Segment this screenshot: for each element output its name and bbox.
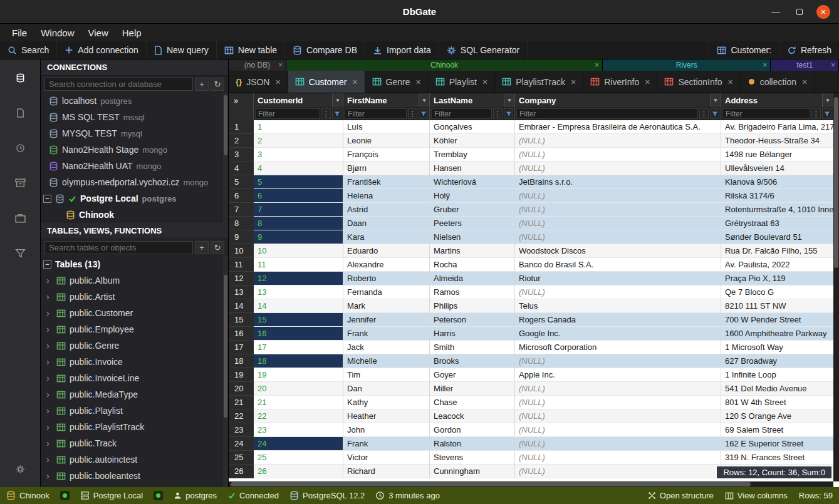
table-item-public-track[interactable]: ›public.Track	[41, 435, 228, 451]
cell-address[interactable]: 162 E Superior Street	[721, 437, 839, 451]
row-number[interactable]: 18	[229, 354, 254, 368]
toolbar-compare-db-button[interactable]: Compare DB	[285, 41, 365, 59]
menu-window[interactable]: Window	[34, 26, 81, 40]
row-number[interactable]: 16	[229, 327, 254, 341]
statusbar-led-indicator[interactable]	[154, 491, 163, 500]
cell-address[interactable]: 627 Broadway	[721, 354, 839, 368]
cell-firstname[interactable]: Alexandre	[343, 258, 430, 272]
cell-lastname[interactable]: Martins	[430, 244, 515, 258]
row-number[interactable]: 12	[229, 272, 254, 285]
cell-lastname[interactable]: Leacock	[430, 409, 515, 423]
statusbar-3-minutes-ago[interactable]: 3 minutes ago	[375, 491, 440, 500]
cell-customerid[interactable]: 24	[254, 437, 343, 451]
cell-lastname[interactable]: Rocha	[430, 258, 515, 272]
cell-address[interactable]: Klanova 9/506	[721, 175, 839, 189]
cell-firstname[interactable]: Richard	[343, 465, 430, 478]
cell-customerid[interactable]: 8	[254, 217, 343, 230]
cell-customerid[interactable]: 7	[254, 203, 343, 217]
cell-company[interactable]: Woodstock Discos	[515, 244, 721, 258]
cell-firstname[interactable]: Tim	[343, 368, 430, 382]
cell-lastname[interactable]: Tremblay	[430, 148, 515, 162]
cell-address[interactable]: 1 Microsoft Way	[721, 341, 839, 354]
chevron-right-icon[interactable]: ›	[46, 324, 53, 334]
cell-lastname[interactable]: Cunningham	[430, 465, 515, 478]
cell-customerid[interactable]: 26	[254, 465, 343, 478]
chevron-right-icon[interactable]: ›	[46, 275, 53, 285]
maximize-button[interactable]	[793, 5, 806, 19]
row-number[interactable]: 26	[229, 465, 254, 478]
tab-genre[interactable]: Genre×	[365, 71, 429, 93]
chevron-down-icon[interactable]: ▾	[822, 93, 833, 107]
chevron-right-icon[interactable]: ›	[46, 422, 53, 432]
table-item-public-artist[interactable]: ›public.Artist	[41, 289, 228, 305]
cell-lastname[interactable]: Nielsen	[430, 230, 515, 244]
cell-customerid[interactable]: 21	[254, 396, 343, 409]
cell-address[interactable]: 8210 111 ST NW	[721, 299, 839, 313]
cell-firstname[interactable]: Eduardo	[343, 244, 430, 258]
column-header-lastname[interactable]: LastName▾	[430, 93, 515, 107]
cell-firstname[interactable]: Frank	[343, 327, 430, 341]
cell-address[interactable]: 1 Infinite Loop	[721, 368, 839, 382]
row-number[interactable]: 13	[229, 285, 254, 299]
chevron-right-icon[interactable]: ›	[46, 373, 53, 383]
close-icon[interactable]: ×	[482, 77, 487, 87]
row-number[interactable]: 8	[229, 217, 254, 230]
row-number[interactable]: 22	[229, 409, 254, 423]
settings-gear-icon[interactable]	[12, 461, 28, 477]
toolbar-new-table-button[interactable]: New table	[217, 41, 285, 59]
tab-collection[interactable]: collection×	[741, 71, 815, 93]
close-icon[interactable]: ×	[831, 61, 835, 69]
cell-address[interactable]: 801 W 4th Street	[721, 396, 839, 409]
cell-company[interactable]: (NULL)	[515, 396, 721, 409]
cell-customerid[interactable]: 10	[254, 244, 343, 258]
statusbar-open-structure[interactable]: Open structure	[648, 491, 714, 500]
toolbar-new-query-button[interactable]: New query	[147, 41, 217, 59]
cell-firstname[interactable]: Daan	[343, 217, 430, 230]
db-tab-chinook[interactable]: Chinook×	[286, 59, 603, 71]
cell-company[interactable]: Microsoft Corporation	[515, 341, 721, 354]
statusbar-postgres[interactable]: postgres	[174, 491, 217, 500]
cell-customerid[interactable]: 20	[254, 382, 343, 396]
cell-lastname[interactable]: Peterson	[430, 313, 515, 327]
cell-lastname[interactable]: Brooks	[430, 354, 515, 368]
cell-company[interactable]: (NULL)	[515, 162, 721, 175]
table-item-public-genre[interactable]: ›public.Genre	[41, 337, 228, 354]
row-number[interactable]: 21	[229, 396, 254, 409]
filter-input[interactable]: Filter	[516, 108, 698, 119]
refresh-tables-button[interactable]: ↻	[211, 241, 224, 254]
cell-company[interactable]: (NULL)	[515, 354, 721, 368]
cell-address[interactable]: Grétrystraat 63	[721, 217, 839, 230]
toolbar-customer-button[interactable]: Customer:	[709, 41, 779, 59]
row-number[interactable]: 3	[229, 148, 254, 162]
cell-firstname[interactable]: Dan	[343, 382, 430, 396]
connection-search-input[interactable]	[44, 78, 193, 91]
table-item-public-customer[interactable]: ›public.Customer	[41, 305, 228, 321]
cell-firstname[interactable]: František	[343, 175, 430, 189]
cell-address[interactable]: Av. Paulista, 2022	[721, 258, 839, 272]
row-number[interactable]: 11	[229, 258, 254, 272]
cell-firstname[interactable]: Leonie	[343, 134, 430, 148]
refresh-connections-button[interactable]: ↻	[211, 78, 224, 91]
table-item-public-mediatype[interactable]: ›public.MediaType	[41, 386, 228, 403]
filter-menu-icon[interactable]: ⋮	[408, 108, 417, 119]
tab-json[interactable]: {}JSON×	[229, 71, 288, 93]
cell-lastname[interactable]: Gonçalves	[430, 120, 515, 134]
cell-company[interactable]: (NULL)	[515, 409, 721, 423]
close-icon[interactable]: ×	[278, 61, 283, 69]
cell-customerid[interactable]: 18	[254, 354, 343, 368]
sidebar-briefcase-icon[interactable]	[12, 210, 28, 226]
cell-customerid[interactable]: 23	[254, 423, 343, 437]
toolbar-add-connection-button[interactable]: Add connection	[57, 41, 147, 59]
cell-company[interactable]: (NULL)	[515, 437, 721, 451]
cell-company[interactable]: Google Inc.	[515, 327, 721, 341]
table-item-public-playlist[interactable]: ›public.Playlist	[41, 403, 228, 419]
table-item-public-playlisttrack[interactable]: ›public.PlaylistTrack	[41, 419, 228, 435]
connection-item-ms-sql-test[interactable]: MS SQL TESTmssql	[41, 109, 228, 125]
menu-help[interactable]: Help	[115, 26, 149, 40]
row-number[interactable]: 25	[229, 451, 254, 465]
filter-input[interactable]: Filter	[345, 108, 407, 119]
column-header-firstname[interactable]: FirstName▾	[343, 93, 430, 107]
cell-customerid[interactable]: 11	[254, 258, 343, 272]
horizontal-scrollbar[interactable]	[229, 481, 833, 487]
minimize-button[interactable]: —	[769, 5, 783, 19]
